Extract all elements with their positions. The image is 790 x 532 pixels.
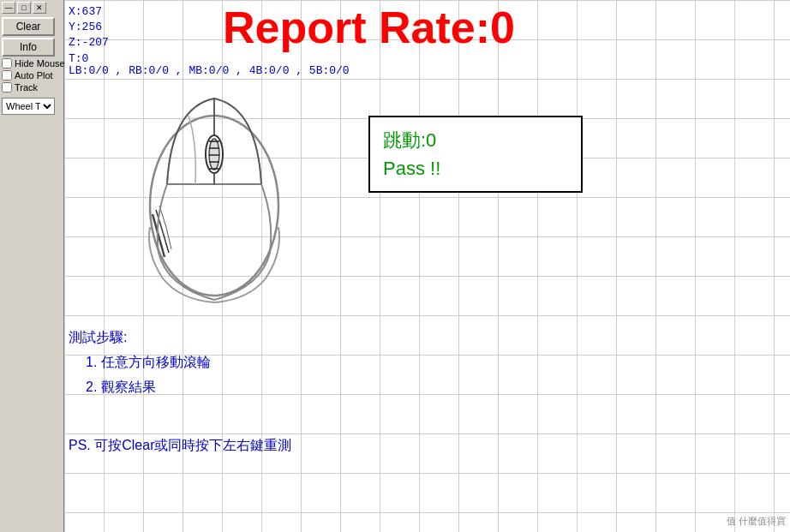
instructions-title: 測試步驟:	[69, 326, 211, 350]
ps-note: PS. 可按Clear或同時按下左右鍵重測	[69, 437, 291, 455]
title-bar: — □ ✕	[2, 2, 62, 14]
instructions-block: 測試步驟: 1. 任意方向移動滾輪 2. 觀察結果	[69, 326, 211, 399]
mouse-illustration	[120, 81, 308, 304]
minimize-button[interactable]: —	[2, 2, 15, 14]
info-button[interactable]: Info	[2, 38, 55, 57]
hide-mouse-checkbox-row[interactable]: Hide Mouse	[2, 58, 65, 69]
dropdown-row: Wheel Test Button Test Move Test	[2, 98, 55, 115]
coord-x: X:637	[69, 4, 109, 20]
jump-count-text: 跳動:0	[383, 126, 568, 154]
track-checkbox[interactable]	[2, 82, 12, 93]
hide-mouse-checkbox[interactable]	[2, 58, 12, 69]
coord-y: Y:256	[69, 20, 109, 35]
auto-plot-checkbox[interactable]	[2, 70, 12, 81]
sidebar: — □ ✕ Clear Info Hide Mouse Auto Plot Tr…	[0, 0, 64, 532]
watermark: 值 什麼值得買	[727, 515, 786, 528]
jump-pass-box: 跳動:0 Pass !!	[368, 116, 583, 193]
report-rate-display: Report Rate:0	[223, 2, 515, 53]
auto-plot-checkbox-row[interactable]: Auto Plot	[2, 70, 53, 81]
close-button[interactable]: ✕	[33, 2, 46, 14]
instruction-step2: 2. 觀察結果	[69, 375, 211, 400]
auto-plot-label: Auto Plot	[15, 70, 53, 81]
instruction-step1: 1. 任意方向移動滾輪	[69, 350, 211, 375]
coord-z: Z:-207	[69, 35, 109, 51]
hide-mouse-label: Hide Mouse	[15, 58, 65, 69]
coordinates-display: X:637 Y:256 Z:-207 T:0	[69, 4, 109, 67]
restore-button[interactable]: □	[17, 2, 31, 14]
pass-text: Pass !!	[383, 154, 568, 182]
svg-point-2	[209, 139, 219, 170]
test-mode-dropdown[interactable]: Wheel Test Button Test Move Test	[2, 98, 55, 115]
clear-button[interactable]: Clear	[2, 17, 55, 36]
track-label: Track	[15, 82, 38, 93]
button-info-line: LB:0/0 , RB:0/0 , MB:0/0 , 4B:0/0 , 5B:0…	[69, 64, 350, 77]
track-checkbox-row[interactable]: Track	[2, 82, 38, 93]
